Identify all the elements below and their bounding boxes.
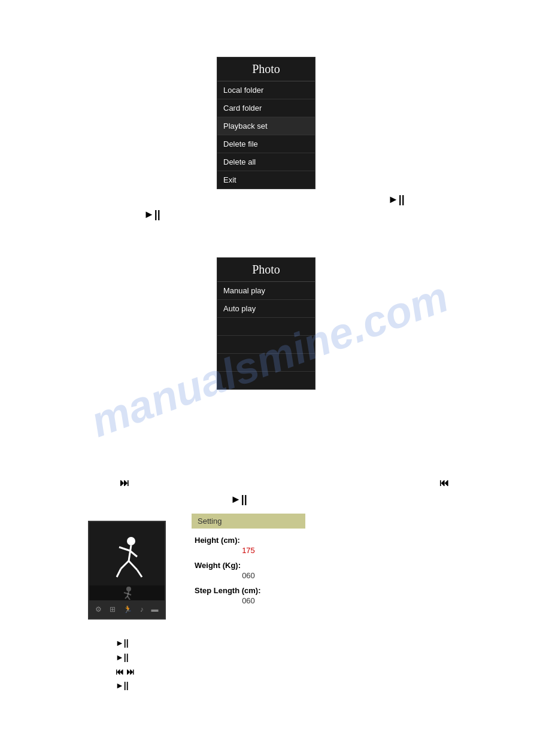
svg-line-1 bbox=[129, 545, 131, 561]
setting-row-weight: Weight (Kg): 060 bbox=[192, 561, 305, 580]
photo-menu-2: Photo Manual play Auto play bbox=[217, 257, 315, 390]
setting-row-step-length: Step Length (cm): 060 bbox=[192, 586, 305, 605]
toolbar-icon-video: ▬ bbox=[151, 605, 159, 614]
height-value: 175 bbox=[195, 546, 302, 555]
photo-menu-1: Photo Local folder Card folder Playback … bbox=[217, 57, 315, 189]
runner-figure-svg bbox=[106, 534, 148, 588]
menu-item-empty-3 bbox=[217, 354, 315, 372]
toolbar-icon-runner: 🏃 bbox=[123, 605, 132, 614]
svg-line-11 bbox=[128, 594, 131, 595]
menu-item-playback-set[interactable]: Playback set bbox=[217, 117, 315, 135]
photo-menu-1-title: Photo bbox=[217, 57, 315, 81]
bottom-icons-list: ►|| ►|| ⏮ ⏭ ►|| bbox=[116, 636, 135, 693]
toolbar-icon-settings: ⚙ bbox=[95, 605, 102, 614]
svg-line-12 bbox=[128, 596, 130, 600]
menu-item-local-folder[interactable]: Local folder bbox=[217, 81, 315, 99]
bottom-icon-pp1: ►|| bbox=[116, 636, 135, 651]
svg-point-8 bbox=[126, 587, 131, 591]
menu-item-manual-play[interactable]: Manual play bbox=[217, 282, 315, 300]
setting-row-height: Height (cm): 175 bbox=[192, 536, 305, 555]
bottom-icon-pp2: ►|| bbox=[116, 651, 135, 665]
runner-shadow-svg bbox=[112, 587, 142, 600]
svg-line-3 bbox=[130, 551, 137, 557]
setting-header: Setting bbox=[192, 514, 305, 529]
weight-label: Weight (Kg): bbox=[195, 561, 302, 570]
toolbar-icon-music: ♪ bbox=[140, 605, 144, 614]
bottom-icon-pp3: ►|| bbox=[116, 679, 135, 693]
svg-line-5 bbox=[137, 570, 142, 577]
play-pause-icon-3: ►|| bbox=[230, 493, 247, 506]
menu-item-delete-file[interactable]: Delete file bbox=[217, 135, 315, 153]
step-length-value: 060 bbox=[195, 596, 302, 605]
svg-line-2 bbox=[119, 547, 130, 551]
toolbar-icon-bag: ⊞ bbox=[110, 605, 116, 614]
svg-point-0 bbox=[127, 537, 135, 545]
device-toolbar: ⚙ ⊞ 🏃 ♪ ▬ bbox=[89, 600, 165, 618]
menu-item-exit[interactable]: Exit bbox=[217, 171, 315, 189]
play-pause-icon-2: ►|| bbox=[144, 208, 160, 221]
skip-forward-icon-1: ⏭ bbox=[120, 478, 129, 488]
setting-panel: Setting Height (cm): 175 Weight (Kg): 06… bbox=[192, 514, 305, 611]
bottom-icon-skip-both: ⏮ ⏭ bbox=[116, 665, 135, 679]
svg-line-4 bbox=[129, 561, 137, 570]
menu-item-empty-1 bbox=[217, 318, 315, 336]
skip-back-icon-1: ⏮ bbox=[439, 478, 449, 488]
svg-line-13 bbox=[125, 596, 128, 599]
svg-line-10 bbox=[124, 593, 128, 594]
svg-line-6 bbox=[121, 561, 129, 569]
device-screen: ⚙ ⊞ 🏃 ♪ ▬ bbox=[88, 521, 166, 620]
menu-item-delete-all[interactable]: Delete all bbox=[217, 153, 315, 171]
play-pause-icon-1: ►|| bbox=[388, 193, 405, 206]
menu-item-card-folder[interactable]: Card folder bbox=[217, 99, 315, 117]
height-label: Height (cm): bbox=[195, 536, 302, 545]
svg-line-7 bbox=[117, 569, 121, 577]
device-reflection bbox=[89, 585, 165, 600]
step-length-label: Step Length (cm): bbox=[195, 586, 302, 595]
weight-value: 060 bbox=[195, 571, 302, 580]
menu-item-auto-play[interactable]: Auto play bbox=[217, 300, 315, 318]
photo-menu-2-title: Photo bbox=[217, 258, 315, 282]
menu-item-empty-4 bbox=[217, 372, 315, 389]
menu-item-empty-2 bbox=[217, 336, 315, 354]
